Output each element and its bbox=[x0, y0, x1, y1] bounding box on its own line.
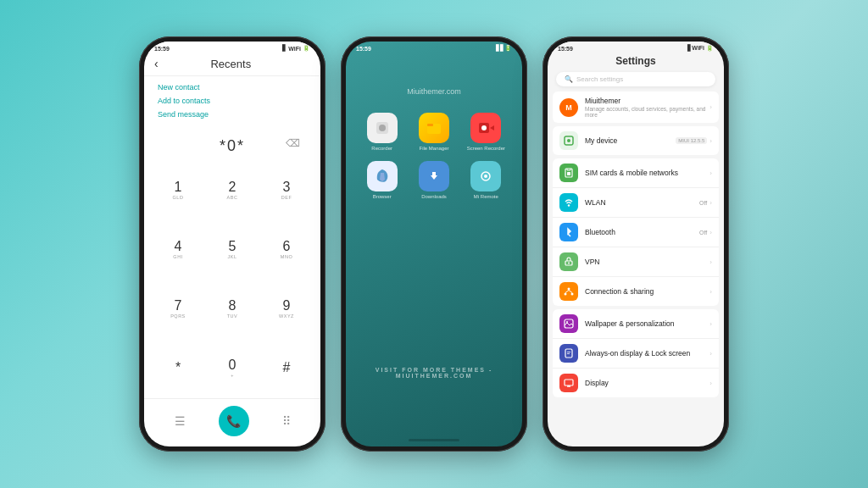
call-button[interactable]: 📞 bbox=[219, 406, 249, 436]
vpn-chevron-icon: › bbox=[709, 258, 712, 266]
dial-key-3[interactable]: 3DEF bbox=[259, 160, 314, 219]
dial-key-8[interactable]: 8TUV bbox=[205, 280, 259, 339]
search-icon: 🔍 bbox=[565, 75, 573, 83]
svg-point-12 bbox=[484, 175, 487, 178]
miuithemer-title: Miuithemer bbox=[585, 97, 709, 105]
sim-title: SIM cards & mobile networks bbox=[585, 169, 709, 177]
mi-remote-icon bbox=[470, 161, 501, 191]
phone-1-title: Recents bbox=[165, 58, 297, 70]
settings-list: M Miuithemer Manage accounts, cloud serv… bbox=[548, 92, 724, 446]
dial-key-9[interactable]: 9WXYZ bbox=[259, 280, 314, 339]
phone-2-watermark: Miuithemer.com bbox=[346, 87, 522, 96]
dialpad: 1GLD 2ABC 3DEF 4GHI 5JKL 6MNO 7PQRS 8TUV… bbox=[144, 160, 320, 398]
action-send-message[interactable]: Send message bbox=[158, 110, 307, 119]
wallpaper-content: Wallpaper & personalization bbox=[585, 319, 709, 328]
settings-page-title: Settings bbox=[548, 53, 724, 72]
menu-icon[interactable]: ☰ bbox=[175, 414, 186, 428]
connection-sharing-title: Connection & sharing bbox=[585, 287, 709, 296]
wallpaper-title: Wallpaper & personalization bbox=[585, 319, 709, 328]
app-mi-remote-label: Mi Remote bbox=[474, 194, 498, 199]
settings-search-bar[interactable]: 🔍 Search settings bbox=[556, 72, 715, 86]
dial-key-6[interactable]: 6MNO bbox=[259, 219, 314, 279]
wallpaper-icon bbox=[559, 314, 578, 333]
back-arrow-icon[interactable]: ‹ bbox=[154, 57, 159, 70]
settings-item-vpn[interactable]: VPN › bbox=[553, 247, 719, 277]
phone-1-action-list: New contact Add to contacts Send message bbox=[144, 76, 320, 125]
action-new-contact[interactable]: New contact bbox=[158, 83, 307, 92]
settings-item-connection-sharing[interactable]: Connection & sharing › bbox=[553, 277, 719, 306]
my-device-content: My device bbox=[585, 136, 676, 145]
settings-item-miuithemer[interactable]: M Miuithemer Manage accounts, cloud serv… bbox=[553, 92, 719, 123]
always-on-title: Always-on display & Lock screen bbox=[585, 349, 709, 358]
app-recorder[interactable]: Recorder bbox=[359, 113, 404, 151]
settings-item-always-on[interactable]: Always-on display & Lock screen › bbox=[553, 339, 719, 369]
settings-item-display[interactable]: Display › bbox=[553, 369, 719, 397]
app-file-manager-label: File Manager bbox=[419, 146, 448, 151]
settings-item-wlan[interactable]: WLAN Off › bbox=[553, 188, 719, 218]
dial-key-1[interactable]: 1GLD bbox=[151, 160, 205, 219]
miui-version-badge: MIUI 12.5.5 bbox=[676, 137, 707, 144]
svg-rect-27 bbox=[567, 353, 570, 354]
svg-point-14 bbox=[567, 139, 570, 142]
phone-2-status-bar: 15:59 ▋▋🔋 bbox=[346, 42, 522, 53]
app-screen-recorder-label: Screen Recorder bbox=[467, 146, 505, 151]
miuithemer-subtitle: Manage accounts, cloud services, payment… bbox=[585, 106, 709, 118]
svg-point-1 bbox=[379, 125, 386, 131]
dial-key-hash[interactable]: # bbox=[259, 339, 314, 398]
phone-2-time: 15:59 bbox=[356, 46, 371, 52]
miuithemer-content: Miuithemer Manage accounts, cloud servic… bbox=[585, 97, 709, 118]
phone-1-status-icons: ▋WiFi🔋 bbox=[282, 45, 310, 52]
dial-key-0[interactable]: 0+ bbox=[205, 339, 259, 398]
always-on-icon bbox=[559, 344, 578, 363]
wlan-title: WLAN bbox=[585, 198, 699, 207]
connection-sharing-content: Connection & sharing bbox=[585, 287, 709, 296]
browser-icon bbox=[367, 161, 398, 191]
sim-cards-icon bbox=[559, 164, 578, 182]
svg-point-17 bbox=[568, 204, 570, 206]
miuithemer-chevron-icon: › bbox=[709, 103, 712, 111]
bluetooth-status: Off bbox=[699, 230, 707, 236]
wlan-status: Off bbox=[699, 200, 707, 206]
display-title: Display bbox=[585, 379, 709, 387]
action-add-contacts[interactable]: Add to contacts bbox=[158, 97, 307, 105]
phone-3-status-bar: 15:59 ▋WiFi 🔋 bbox=[548, 42, 724, 53]
dial-key-7[interactable]: 7PQRS bbox=[151, 280, 205, 339]
settings-item-wallpaper[interactable]: Wallpaper & personalization › bbox=[553, 309, 719, 339]
settings-item-my-device[interactable]: My device MIUI 12.5.5 › bbox=[553, 126, 719, 155]
phone-1-status-bar: 15:59 ▋WiFi🔋 bbox=[144, 42, 320, 53]
settings-section-connections: SIM cards & mobile networks › WLAN Off › bbox=[553, 158, 719, 306]
app-mi-remote[interactable]: Mi Remote bbox=[464, 161, 509, 199]
svg-rect-28 bbox=[565, 380, 573, 385]
dial-key-5[interactable]: 5JKL bbox=[205, 219, 259, 279]
delete-icon[interactable]: ⌫ bbox=[286, 137, 300, 149]
svg-marker-5 bbox=[490, 125, 494, 130]
svg-point-21 bbox=[565, 293, 567, 296]
wlan-right: Off › bbox=[699, 199, 712, 207]
vpn-icon bbox=[559, 252, 578, 271]
settings-item-bluetooth[interactable]: Bluetooth Off › bbox=[553, 218, 719, 247]
phone-2-frame: 15:59 ▋▋🔋 Miuithemer.com Recorder File M… bbox=[341, 36, 527, 452]
connection-sharing-chevron-icon: › bbox=[709, 288, 712, 296]
settings-item-sim[interactable]: SIM cards & mobile networks › bbox=[553, 158, 719, 188]
dial-key-2[interactable]: 2ABC bbox=[205, 160, 259, 219]
app-file-manager[interactable]: File Manager bbox=[411, 113, 456, 151]
settings-section-personalization: Wallpaper & personalization › Always-on … bbox=[553, 309, 719, 397]
dial-key-star[interactable]: * bbox=[151, 339, 205, 398]
always-on-content: Always-on display & Lock screen bbox=[585, 349, 709, 358]
app-screen-recorder[interactable]: Screen Recorder bbox=[464, 113, 509, 151]
app-downloads[interactable]: Downloads bbox=[411, 161, 456, 199]
file-manager-icon bbox=[419, 113, 449, 143]
home-indicator[interactable] bbox=[409, 439, 459, 441]
my-device-right: MIUI 12.5.5 › bbox=[676, 137, 712, 145]
sim-content: SIM cards & mobile networks bbox=[585, 169, 709, 177]
connection-sharing-icon bbox=[559, 282, 578, 301]
contacts-grid-icon[interactable]: ⠿ bbox=[282, 414, 291, 428]
app-browser[interactable]: Browser bbox=[359, 161, 404, 199]
app-recorder-label: Recorder bbox=[371, 146, 392, 151]
bluetooth-content: Bluetooth bbox=[585, 228, 699, 236]
svg-point-6 bbox=[481, 125, 487, 130]
downloads-icon bbox=[419, 161, 449, 191]
dial-key-4[interactable]: 4GHI bbox=[151, 219, 205, 279]
recorder-icon bbox=[367, 113, 398, 143]
my-device-icon bbox=[559, 131, 578, 150]
